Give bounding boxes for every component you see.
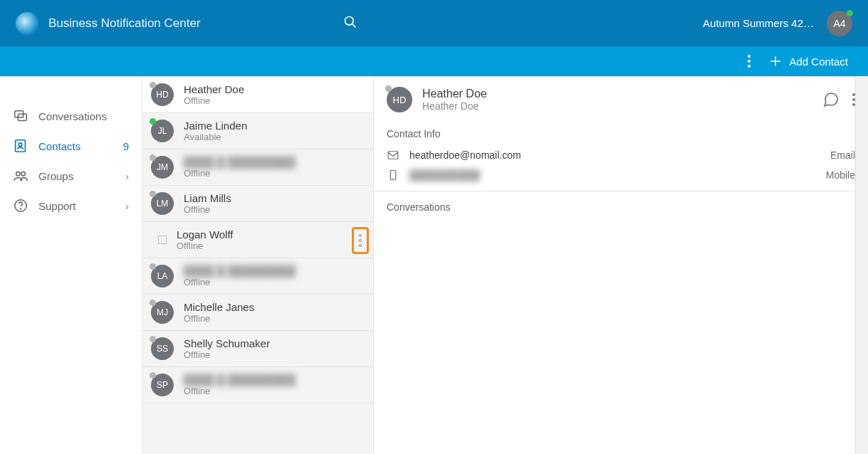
contact-status: Offline xyxy=(184,168,296,179)
contact-avatar: SP xyxy=(151,374,174,396)
contact-row[interactable]: JM████ █ █████████Offline xyxy=(142,149,373,186)
contact-name: Michelle Janes xyxy=(184,301,254,313)
presence-indicator-icon xyxy=(150,336,156,342)
divider xyxy=(374,191,868,191)
svg-point-8 xyxy=(16,172,20,176)
sidebar-item-label: Groups xyxy=(38,170,73,182)
contact-avatar: HD xyxy=(151,83,174,106)
detail-contact-name: Heather Doe xyxy=(422,88,487,100)
search-button[interactable] xyxy=(343,15,357,32)
mail-icon xyxy=(387,149,405,162)
sidebar-nav: ConversationsContacts9Groups›Support› xyxy=(0,77,142,454)
sidebar-item-label: Conversations xyxy=(38,110,107,122)
contact-info-value: ██████████ xyxy=(409,169,480,181)
contact-row[interactable]: LA████ █ █████████Offline xyxy=(142,258,373,295)
contact-row[interactable]: LMLiam MillsOffline xyxy=(142,186,373,222)
contact-status: Offline xyxy=(184,204,231,215)
avatar-initials: HD xyxy=(393,95,407,105)
contact-row[interactable]: Logan WolffOffline xyxy=(142,222,373,258)
contact-row[interactable]: MJMichelle JanesOffline xyxy=(142,295,373,331)
current-user-name[interactable]: Autumn Summers 42… xyxy=(703,17,814,29)
contact-row[interactable]: SP████ █ █████████Offline xyxy=(142,367,373,403)
mobile-icon xyxy=(387,169,405,181)
presence-indicator-icon xyxy=(150,191,156,197)
contact-info-row: ██████████Mobile xyxy=(387,165,855,185)
contact-status: Offline xyxy=(184,386,296,396)
presence-indicator-icon xyxy=(150,300,156,306)
contact-name: ████ █ █████████ xyxy=(184,156,296,168)
search-icon xyxy=(343,15,357,29)
contact-row[interactable]: SSShelly SchumakerOffline xyxy=(142,331,373,367)
detail-avatar: HD xyxy=(387,87,412,112)
sidebar-item-contacts[interactable]: Contacts9 xyxy=(0,131,142,161)
current-user-avatar[interactable]: A4 xyxy=(827,11,852,36)
svg-point-9 xyxy=(21,172,25,176)
sidebar-item-groups[interactable]: Groups› xyxy=(0,161,142,191)
contact-name: ████ █ █████████ xyxy=(184,374,296,386)
contact-status: Offline xyxy=(184,349,270,360)
avatar-initials: A4 xyxy=(833,18,845,29)
presence-indicator-icon xyxy=(385,85,392,92)
contact-info-type: Mobile xyxy=(826,169,855,181)
contact-status: Offline xyxy=(184,277,296,287)
contact-name: ████ █ █████████ xyxy=(184,265,296,277)
svg-rect-12 xyxy=(388,152,398,159)
contact-avatar: MJ xyxy=(151,301,174,324)
contact-info-heading: Contact Info xyxy=(387,128,855,139)
sidebar-item-support[interactable]: Support› xyxy=(0,191,142,221)
presence-indicator-icon xyxy=(150,118,156,125)
contact-avatar: SS xyxy=(151,337,174,360)
contact-status: Available xyxy=(184,132,247,142)
contact-row-menu-button[interactable] xyxy=(352,227,369,254)
contact-detail-pane: HD Heather Doe Heather Doe Contact Info … xyxy=(374,77,868,454)
conversations-heading: Conversations xyxy=(387,201,855,213)
presence-indicator-icon xyxy=(150,372,156,379)
contact-list: HDHeather DoeOfflineJLJaime LindenAvaila… xyxy=(142,77,374,454)
svg-line-1 xyxy=(352,23,355,27)
sidebar-item-label: Support xyxy=(38,200,76,212)
contact-avatar: LM xyxy=(151,192,174,215)
conversations-icon xyxy=(13,108,28,124)
chevron-right-icon: › xyxy=(125,170,129,182)
contact-info-type: Email xyxy=(830,149,855,161)
sidebar-item-label: Contacts xyxy=(38,140,80,152)
contact-row[interactable]: HDHeather DoeOffline xyxy=(142,77,373,113)
svg-point-7 xyxy=(19,143,22,147)
contact-name: Logan Wolff xyxy=(177,228,234,241)
contact-name: Heather Doe xyxy=(184,83,244,95)
contacts-icon xyxy=(13,138,28,154)
presence-indicator-icon xyxy=(150,154,156,161)
add-contact-button[interactable]: Add Contact xyxy=(769,55,848,68)
contact-status: Offline xyxy=(184,95,244,106)
contact-name: Jaime Linden xyxy=(184,120,247,132)
brand-logo-icon xyxy=(16,12,38,35)
contact-avatar: JM xyxy=(151,156,174,179)
contact-avatar: JL xyxy=(151,120,174,142)
contact-name: Shelly Schumaker xyxy=(184,337,270,349)
detail-contact-subtitle: Heather Doe xyxy=(422,100,487,112)
presence-indicator-icon xyxy=(150,263,156,270)
presence-indicator-icon xyxy=(847,10,853,16)
chat-icon[interactable] xyxy=(822,91,840,108)
contact-info-value: heatherdoe@nomail.com xyxy=(409,149,521,161)
checkbox-icon[interactable] xyxy=(158,236,167,244)
more-actions-button[interactable] xyxy=(748,55,751,68)
sidebar-item-count: 9 xyxy=(123,140,129,152)
support-icon xyxy=(13,198,28,213)
groups-icon xyxy=(13,168,28,184)
svg-point-0 xyxy=(345,16,353,25)
action-bar: Add Contact xyxy=(0,46,868,76)
contact-name: Liam Mills xyxy=(184,192,231,204)
sidebar-item-conversations[interactable]: Conversations xyxy=(0,101,142,131)
contact-status: Offline xyxy=(184,313,254,324)
contact-row[interactable]: JLJaime LindenAvailable xyxy=(142,113,373,149)
contact-status: Offline xyxy=(177,241,234,251)
add-contact-label: Add Contact xyxy=(789,56,848,68)
contact-avatar: LA xyxy=(151,265,174,287)
top-bar: Business Notification Center Autumn Summ… xyxy=(0,0,868,46)
scrollbar-track[interactable] xyxy=(855,76,868,454)
plus-icon xyxy=(769,55,782,68)
contact-info-row: heatherdoe@nomail.comEmail xyxy=(387,145,855,165)
app-title: Business Notification Center xyxy=(48,16,201,31)
chevron-right-icon: › xyxy=(125,200,129,212)
